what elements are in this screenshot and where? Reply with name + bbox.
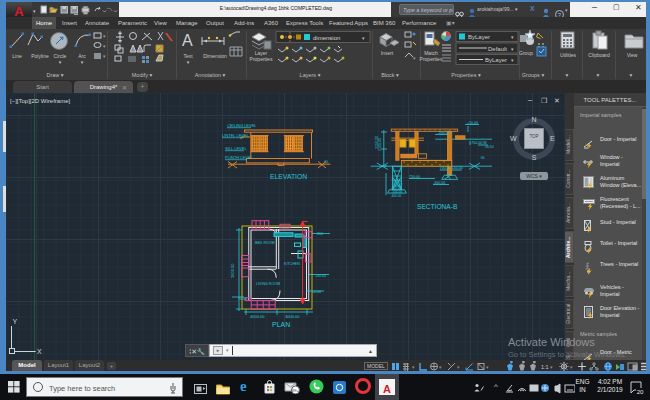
svg-text:▾: ▾ [550,364,553,370]
svg-text:▾: ▾ [439,364,442,370]
svg-text:3000.00: 3000.00 [285,314,300,319]
svg-text:PLINTH LEVEL: PLINTH LEVEL [225,155,254,160]
svg-text:ByLayer: ByLayer [485,57,507,63]
svg-text:70.00: 70.00 [238,297,247,301]
svg-text:GL: GL [481,156,486,160]
svg-text:1:1: 1:1 [541,364,549,370]
svg-text:BED ROOM: BED ROOM [255,241,275,245]
svg-text:▾: ▾ [413,55,416,61]
svg-text:+0.00: +0.00 [312,290,321,294]
svg-text:▾: ▾ [457,364,460,370]
svg-text:PLAN: PLAN [272,321,290,328]
svg-text:dimension: dimension [313,35,340,41]
svg-text:20: 20 [637,389,644,395]
svg-text:SILL LEVEL: SILL LEVEL [225,146,247,151]
svg-text:▾: ▾ [103,33,106,39]
svg-text:400.00: 400.00 [392,194,402,198]
svg-text:GL50: GL50 [485,145,494,149]
svg-text:Y: Y [13,318,18,325]
svg-text:-200.00: -200.00 [437,131,449,135]
svg-text:▾: ▾ [570,364,573,370]
svg-text:700.00 150.00: 700.00 150.00 [440,166,463,170]
svg-text:▾: ▾ [103,53,106,59]
svg-text:2100.00: 2100.00 [378,138,382,151]
svg-text:LIVING ROOM: LIVING ROOM [256,282,280,286]
svg-text:GL: GL [324,160,329,164]
svg-text:200: 200 [317,232,323,236]
svg-text:ELEVATION: ELEVATION [270,173,307,180]
svg-text:99+: 99+ [292,388,299,393]
svg-text:▾: ▾ [103,43,106,49]
svg-text:KITCHEN: KITCHEN [284,262,300,266]
svg-text:SECTIONA-B: SECTIONA-B [417,203,458,210]
svg-text:LINTEL LEVEL: LINTEL LEVEL [222,133,250,138]
svg-text:▾: ▾ [486,364,489,370]
svg-text:X: X [37,348,42,355]
svg-text:▾: ▾ [412,364,415,370]
svg-text:CEILING LEVEL: CEILING LEVEL [227,123,257,128]
svg-text:-300.00: -300.00 [433,181,445,185]
svg-text:3600.00: 3600.00 [230,263,235,278]
svg-text:4000.00: 4000.00 [250,314,265,319]
svg-text:750.00: 750.00 [409,175,420,179]
svg-text:+50.00: +50.00 [467,121,478,125]
svg-text:ByLayer: ByLayer [468,34,490,40]
svg-text:Default: Default [488,46,507,52]
svg-text:A: A [182,32,193,49]
